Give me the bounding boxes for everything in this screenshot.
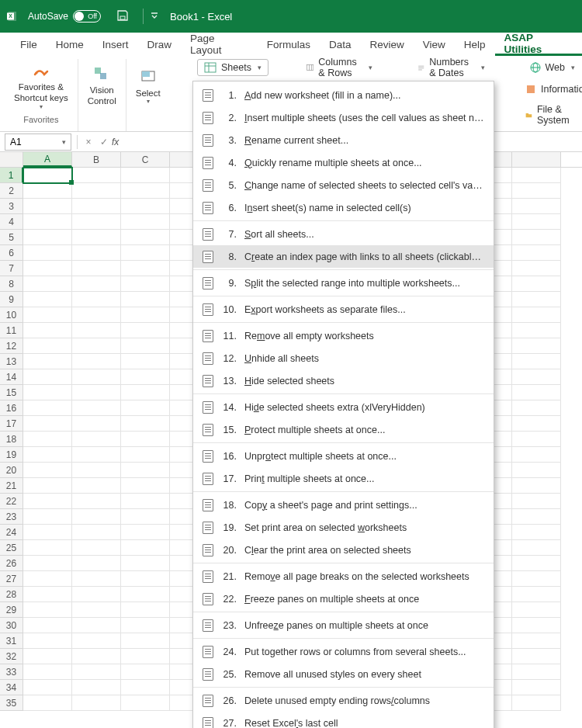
cell[interactable] (121, 463, 170, 478)
cell[interactable] (23, 602, 72, 618)
cell[interactable] (512, 214, 561, 230)
cell[interactable] (23, 509, 72, 525)
row-header[interactable]: 3 (0, 199, 23, 214)
cell[interactable] (512, 168, 561, 183)
tab-help[interactable]: Help (455, 33, 495, 56)
cell[interactable] (72, 540, 121, 556)
cell[interactable] (121, 400, 170, 416)
cell[interactable] (23, 292, 72, 307)
tab-view[interactable]: View (414, 33, 455, 56)
tab-asap-utilities[interactable]: ASAP Utilities (495, 33, 582, 56)
row-header[interactable]: 15 (0, 385, 23, 400)
tab-file[interactable]: File (11, 33, 47, 56)
cell[interactable] (72, 400, 121, 416)
cell[interactable] (512, 540, 561, 556)
cell[interactable] (121, 432, 170, 447)
cell[interactable] (121, 525, 170, 540)
cell[interactable] (512, 276, 561, 292)
cell[interactable] (121, 664, 170, 680)
cell[interactable] (121, 307, 170, 323)
cell[interactable] (23, 447, 72, 463)
menu-item[interactable]: 7.Sort all sheets... (193, 223, 494, 245)
cell[interactable] (121, 680, 170, 695)
cell[interactable] (121, 199, 170, 214)
row-header[interactable]: 4 (0, 214, 23, 230)
cell[interactable] (512, 602, 561, 618)
row-header[interactable]: 19 (0, 447, 23, 463)
menu-item[interactable]: 26.Delete unused empty ending rows/colum… (193, 689, 494, 712)
row-header[interactable]: 16 (0, 400, 23, 416)
cell[interactable] (72, 478, 121, 494)
cell[interactable] (72, 649, 121, 664)
cell[interactable] (121, 354, 170, 369)
row-header[interactable]: 7 (0, 261, 23, 276)
row-header[interactable]: 6 (0, 245, 23, 261)
cell[interactable] (23, 556, 72, 571)
cell[interactable] (72, 587, 121, 602)
cell[interactable] (72, 385, 121, 400)
cell[interactable] (23, 369, 72, 385)
cell[interactable] (23, 416, 72, 432)
cell[interactable] (23, 276, 72, 292)
cell[interactable] (72, 261, 121, 276)
cell[interactable] (72, 307, 121, 323)
cell[interactable] (121, 323, 170, 338)
cell[interactable] (72, 447, 121, 463)
menu-item[interactable]: 13.Hide selected sheets (193, 369, 494, 392)
cell[interactable] (512, 261, 561, 276)
row-header[interactable]: 1 (0, 168, 23, 183)
cell[interactable] (121, 571, 170, 587)
row-header[interactable]: 28 (0, 587, 23, 602)
cell[interactable] (23, 432, 72, 447)
cell[interactable] (121, 618, 170, 633)
cell[interactable] (512, 680, 561, 695)
cell[interactable] (121, 338, 170, 354)
cell[interactable] (23, 525, 72, 540)
menu-item[interactable]: 3.Rename current sheet... (193, 129, 494, 151)
row-header[interactable]: 23 (0, 509, 23, 525)
cell[interactable] (72, 369, 121, 385)
tab-data[interactable]: Data (320, 33, 361, 56)
row-header[interactable]: 30 (0, 618, 23, 633)
cell[interactable] (72, 664, 121, 680)
cell[interactable] (72, 432, 121, 447)
row-header[interactable]: 34 (0, 680, 23, 695)
cell[interactable] (72, 571, 121, 587)
row-header[interactable]: 21 (0, 478, 23, 494)
menu-item[interactable]: 10.Export worksheets as separate files..… (193, 298, 494, 321)
menu-item[interactable]: 8.Create an index page with links to all… (193, 245, 494, 268)
cell[interactable] (72, 509, 121, 525)
cell[interactable] (72, 618, 121, 633)
autosave-switch[interactable]: Off (73, 10, 101, 23)
save-icon[interactable] (116, 9, 129, 24)
row-header[interactable]: 20 (0, 463, 23, 478)
cell[interactable] (121, 261, 170, 276)
web-dropdown-button[interactable]: Web ▾ (523, 59, 582, 76)
cell[interactable] (23, 695, 72, 711)
row-header[interactable]: 17 (0, 416, 23, 432)
row-header[interactable]: 24 (0, 525, 23, 540)
cell[interactable] (512, 230, 561, 245)
cell[interactable] (512, 587, 561, 602)
menu-item[interactable]: 21.Remove all page breaks on the selecte… (193, 565, 494, 588)
cell[interactable] (72, 463, 121, 478)
row-header[interactable]: 29 (0, 602, 23, 618)
cell[interactable] (121, 168, 170, 183)
cell[interactable] (121, 494, 170, 509)
row-header[interactable]: 22 (0, 494, 23, 509)
cell[interactable] (121, 230, 170, 245)
cell[interactable] (23, 230, 72, 245)
cell[interactable] (121, 478, 170, 494)
menu-item[interactable]: 12.Unhide all sheets (193, 347, 494, 369)
menu-item[interactable]: 19.Set print area on selected worksheets (193, 516, 494, 539)
cell[interactable] (23, 571, 72, 587)
cell[interactable] (121, 509, 170, 525)
menu-item[interactable]: 16.Unprotect multiple sheets at once... (193, 445, 494, 467)
cell[interactable] (512, 447, 561, 463)
favorites-button[interactable]: Favorites & Shortcut keys ▾ (9, 59, 73, 113)
cell[interactable] (512, 633, 561, 649)
cell[interactable] (72, 338, 121, 354)
numbers-dates-dropdown-button[interactable]: Numbers & Dates ▾ (411, 54, 492, 81)
cell[interactable] (23, 307, 72, 323)
cell[interactable] (23, 245, 72, 261)
